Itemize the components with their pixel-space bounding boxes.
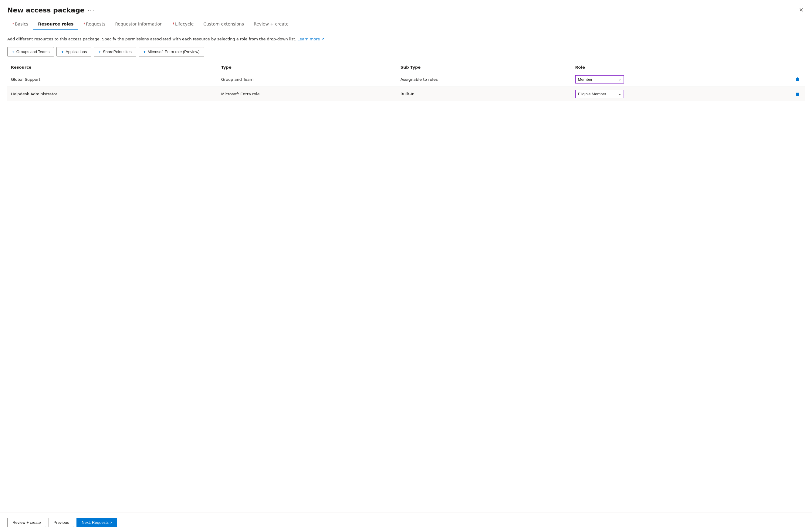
resource-table: Resource Type Sub Type Role Global Suppo… bbox=[7, 62, 805, 101]
cell-delete bbox=[790, 86, 805, 101]
tab-requestor-information[interactable]: Requestor information bbox=[110, 18, 167, 30]
table-row: Helpdesk AdministratorMicrosoft Entra ro… bbox=[7, 86, 805, 101]
role-select-row-0[interactable]: MemberOwner bbox=[575, 75, 624, 84]
tab-resource-roles[interactable]: Resource roles bbox=[33, 18, 78, 30]
column-actions bbox=[790, 62, 805, 72]
more-options-icon[interactable]: ··· bbox=[88, 7, 95, 13]
cell-resource: Helpdesk Administrator bbox=[7, 86, 218, 101]
column-role: Role bbox=[572, 62, 790, 72]
plus-icon: + bbox=[143, 49, 146, 54]
cell-type: Group and Team bbox=[218, 72, 397, 86]
description-text: Add different resources to this access p… bbox=[7, 36, 805, 42]
title-area: New access package ··· bbox=[7, 6, 95, 14]
tab-requests[interactable]: Requests bbox=[78, 18, 110, 30]
tab-navigation: Basics Resource roles Requests Requestor… bbox=[0, 15, 812, 30]
table-body: Global SupportGroup and TeamAssignable t… bbox=[7, 72, 805, 101]
next-requests-button[interactable]: Next: Requests > bbox=[76, 518, 117, 527]
add-sharepoint-label: SharePoint sites bbox=[103, 50, 132, 54]
main-content: Add different resources to this access p… bbox=[0, 30, 812, 513]
cell-delete bbox=[790, 72, 805, 86]
table-header: Resource Type Sub Type Role bbox=[7, 62, 805, 72]
add-applications-button[interactable]: + Applications bbox=[56, 47, 91, 56]
trash-icon bbox=[795, 77, 800, 82]
tab-custom-extensions[interactable]: Custom extensions bbox=[199, 18, 249, 30]
previous-button[interactable]: Previous bbox=[48, 518, 74, 527]
add-entra-label: Microsoft Entra role (Preview) bbox=[147, 50, 199, 54]
new-access-package-dialog: New access package ··· ✕ Basics Resource… bbox=[0, 0, 812, 532]
cell-resource: Global Support bbox=[7, 72, 218, 86]
add-entra-role-button[interactable]: + Microsoft Entra role (Preview) bbox=[139, 47, 204, 56]
close-button[interactable]: ✕ bbox=[798, 5, 805, 15]
column-type: Type bbox=[218, 62, 397, 72]
page-title: New access package bbox=[7, 6, 85, 14]
column-resource: Resource bbox=[7, 62, 218, 72]
column-sub-type: Sub Type bbox=[397, 62, 572, 72]
add-resource-buttons: + Groups and Teams + Applications + Shar… bbox=[7, 47, 805, 56]
tab-basics[interactable]: Basics bbox=[7, 18, 33, 30]
plus-icon: + bbox=[98, 49, 101, 54]
cell-sub-type: Assignable to roles bbox=[397, 72, 572, 86]
description-body: Add different resources to this access p… bbox=[7, 37, 296, 41]
delete-row-1-button[interactable] bbox=[794, 91, 801, 97]
cell-role: MemberOwner bbox=[572, 72, 790, 86]
plus-icon: + bbox=[12, 49, 15, 54]
add-applications-label: Applications bbox=[66, 50, 87, 54]
cell-role: Eligible MemberActive Member bbox=[572, 86, 790, 101]
delete-row-0-button[interactable] bbox=[794, 76, 801, 82]
add-groups-and-teams-button[interactable]: + Groups and Teams bbox=[7, 47, 54, 56]
add-sharepoint-sites-button[interactable]: + SharePoint sites bbox=[94, 47, 136, 56]
close-icon: ✕ bbox=[799, 7, 803, 13]
tab-lifecycle[interactable]: Lifecycle bbox=[168, 18, 199, 30]
learn-more-link[interactable]: Learn more ↗ bbox=[298, 37, 324, 41]
dialog-footer: Review + create Previous Next: Requests … bbox=[0, 513, 812, 532]
review-create-button[interactable]: Review + create bbox=[7, 518, 46, 527]
trash-icon bbox=[795, 92, 800, 96]
table-row: Global SupportGroup and TeamAssignable t… bbox=[7, 72, 805, 86]
cell-sub-type: Built-In bbox=[397, 86, 572, 101]
plus-icon: + bbox=[61, 49, 64, 54]
tab-review-create[interactable]: Review + create bbox=[249, 18, 293, 30]
add-groups-label: Groups and Teams bbox=[16, 50, 50, 54]
role-select-row-1[interactable]: Eligible MemberActive Member bbox=[575, 90, 624, 98]
dialog-header: New access package ··· ✕ bbox=[0, 0, 812, 15]
cell-type: Microsoft Entra role bbox=[218, 86, 397, 101]
